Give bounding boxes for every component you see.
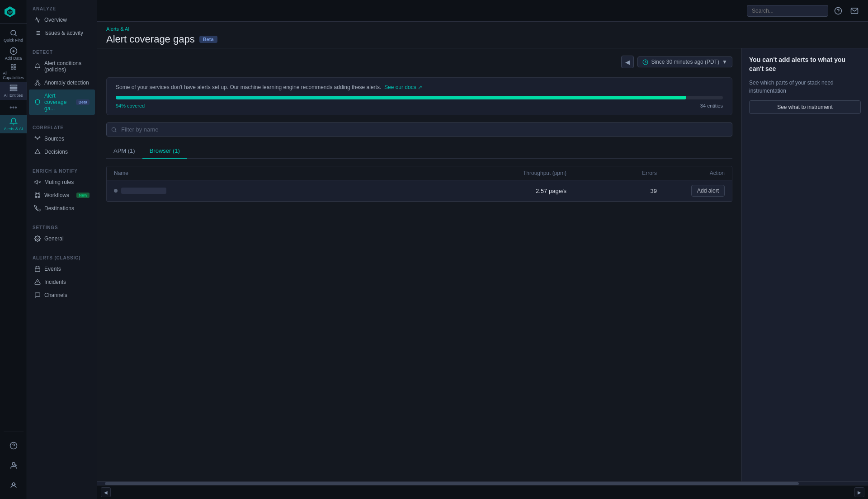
quick-find-label: Quick Find <box>4 38 23 42</box>
decisions-label: Decisions <box>44 149 68 155</box>
svg-point-36 <box>39 137 40 137</box>
general-label: General <box>44 235 64 242</box>
beta-badge-nav: Beta <box>76 99 90 105</box>
search-input[interactable] <box>747 5 828 17</box>
svg-rect-42 <box>35 193 37 194</box>
horizontal-scrollbar[interactable] <box>97 481 868 485</box>
svg-point-21 <box>12 484 13 485</box>
svg-rect-43 <box>38 193 40 194</box>
svg-rect-44 <box>35 196 37 198</box>
left-nav: ANALYZE Overview Issues & activity DETEC… <box>27 0 97 499</box>
clock-icon <box>642 59 648 65</box>
sidebar-item-all-entities[interactable]: All Entities <box>0 82 27 100</box>
sidebar-item-add-data[interactable]: Add Data <box>4 46 24 62</box>
time-selector[interactable]: Since 30 minutes ago (PDT) ▼ <box>637 56 732 67</box>
breadcrumb: Alerts & AI <box>106 26 859 32</box>
svg-rect-9 <box>14 65 16 66</box>
th-action: Action <box>657 170 725 176</box>
source-icon <box>34 136 41 142</box>
channels-label: Channels <box>44 292 67 298</box>
svg-line-38 <box>38 137 39 139</box>
nodes-icon <box>34 80 41 86</box>
svg-point-34 <box>37 138 38 139</box>
nav-item-channels[interactable]: Channels <box>29 289 95 301</box>
svg-point-3 <box>11 30 16 35</box>
filter-by-name-input[interactable] <box>106 122 732 137</box>
mail-icon[interactable] <box>848 5 861 17</box>
settings-section-label: SETTINGS <box>27 222 97 232</box>
right-toggle-button[interactable]: ▶ <box>854 487 864 497</box>
help-item[interactable] <box>4 438 24 454</box>
main-content: Alerts & AI Alert coverage gaps Beta ◀ S… <box>97 0 868 499</box>
more-options[interactable]: ••• <box>4 102 23 113</box>
nav-item-sources[interactable]: Sources <box>29 132 95 145</box>
left-toggle-button[interactable]: ◀ <box>101 487 111 497</box>
all-capabilities-label: All Capabilities <box>3 71 24 80</box>
data-nerd-item[interactable] <box>4 477 24 494</box>
nav-item-anomaly-detection[interactable]: Anomaly detection <box>29 76 95 89</box>
see-what-to-instrument-button[interactable]: See what to instrument <box>749 100 861 114</box>
svg-point-50 <box>37 238 38 240</box>
nav-item-alert-conditions[interactable]: Alert conditions (policies) <box>29 57 95 76</box>
issues-activity-label: Issues & activity <box>44 30 83 36</box>
nav-item-incidents[interactable]: Incidents <box>29 276 95 288</box>
nav-item-overview[interactable]: Overview <box>29 14 95 26</box>
sidebar-item-alerts-ai[interactable]: Alerts & AI <box>0 115 27 133</box>
nav-item-workflows[interactable]: Workflows New <box>29 189 95 202</box>
nav-item-events[interactable]: Events <box>29 263 95 275</box>
muting-rules-label: Muting rules <box>44 179 74 185</box>
far-left-items: Quick Find Add Data All Capabilities All… <box>0 28 27 432</box>
settings-section: SETTINGS General <box>27 219 97 249</box>
new-badge-workflows: New <box>76 193 90 198</box>
svg-rect-8 <box>11 65 13 66</box>
svg-point-17 <box>12 462 15 465</box>
svg-point-29 <box>37 80 38 82</box>
tab-browser[interactable]: Browser (1) <box>142 144 187 159</box>
help-icon[interactable] <box>832 5 844 17</box>
nav-item-alert-coverage-gaps[interactable]: Alert coverage ga... Beta <box>29 89 95 115</box>
svg-marker-39 <box>35 149 40 154</box>
info-banner-text: Some of your services don't have alerts … <box>116 84 723 90</box>
time-bar: ◀ Since 30 minutes ago (PDT) ▼ <box>106 56 732 68</box>
all-entities-label: All Entities <box>4 93 23 98</box>
sidebar-item-all-capabilities[interactable]: All Capabilities <box>4 64 24 80</box>
sidebar-item-quick-find[interactable]: Quick Find <box>4 28 24 44</box>
add-user-item[interactable] <box>4 457 24 474</box>
see-our-docs-link[interactable]: See our docs ↗ <box>384 84 422 90</box>
coverage-bar-fill <box>116 96 686 99</box>
tab-apm[interactable]: APM (1) <box>106 144 142 159</box>
chevron-down-icon: ▼ <box>722 59 727 65</box>
info-banner: Some of your services don't have alerts … <box>106 77 732 115</box>
sources-label: Sources <box>44 136 64 142</box>
enrich-section-label: ENRICH & NOTIFY <box>27 166 97 175</box>
content-area: ◀ Since 30 minutes ago (PDT) ▼ Some of y… <box>97 48 868 481</box>
incidents-label: Incidents <box>44 279 66 285</box>
filter-row <box>106 122 732 137</box>
nav-item-decisions[interactable]: Decisions <box>29 146 95 158</box>
workflow-icon <box>34 192 41 198</box>
decision-icon <box>34 149 41 155</box>
td-errors: 39 <box>566 188 657 194</box>
logo-area: NR <box>0 0 27 24</box>
incident-icon <box>34 279 41 285</box>
svg-rect-45 <box>38 196 40 198</box>
nav-item-general[interactable]: General <box>29 232 95 245</box>
chart-icon <box>34 17 41 23</box>
right-panel-title: You can't add alerts to what you can't s… <box>749 56 861 73</box>
svg-text:NR: NR <box>8 10 13 14</box>
nav-item-issues-activity[interactable]: Issues & activity <box>29 27 95 39</box>
collapse-button[interactable]: ◀ <box>621 56 634 68</box>
svg-rect-14 <box>10 90 17 91</box>
far-left-nav: NR Quick Find Add Data All Capabilities … <box>0 0 27 499</box>
alerts-ai-label: Alerts & AI <box>4 127 23 131</box>
nav-item-muting-rules[interactable]: Muting rules <box>29 176 95 188</box>
logo-icon: NR <box>4 5 16 18</box>
add-alert-button[interactable]: Add alert <box>691 185 725 197</box>
page-header: Alerts & AI Alert coverage gaps Beta <box>97 22 868 48</box>
right-panel-subtitle: See which parts of your stack need instr… <box>749 79 861 95</box>
destinations-label: Destinations <box>44 205 74 212</box>
nav-item-destinations[interactable]: Destinations <box>29 202 95 215</box>
right-panel: You can't add alerts to what you can't s… <box>741 48 868 481</box>
page-title: Alert coverage gaps <box>106 33 195 45</box>
name-placeholder <box>121 188 166 194</box>
